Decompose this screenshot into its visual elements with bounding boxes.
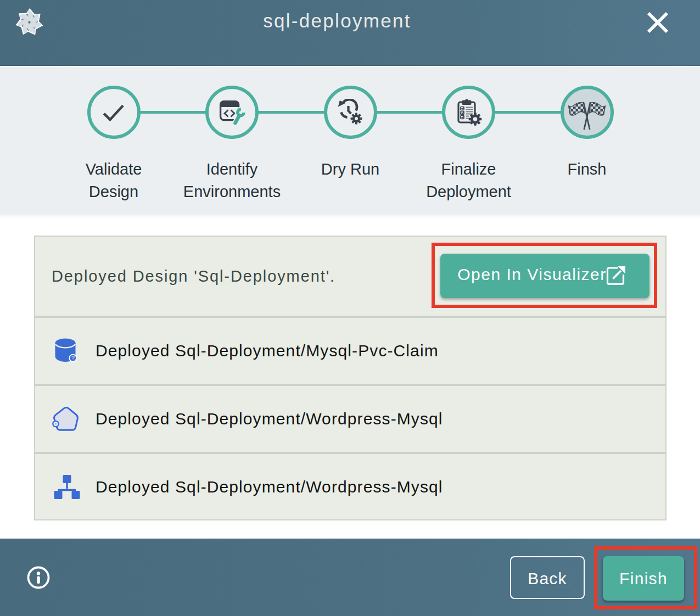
svg-text:?: ? [71, 355, 75, 361]
